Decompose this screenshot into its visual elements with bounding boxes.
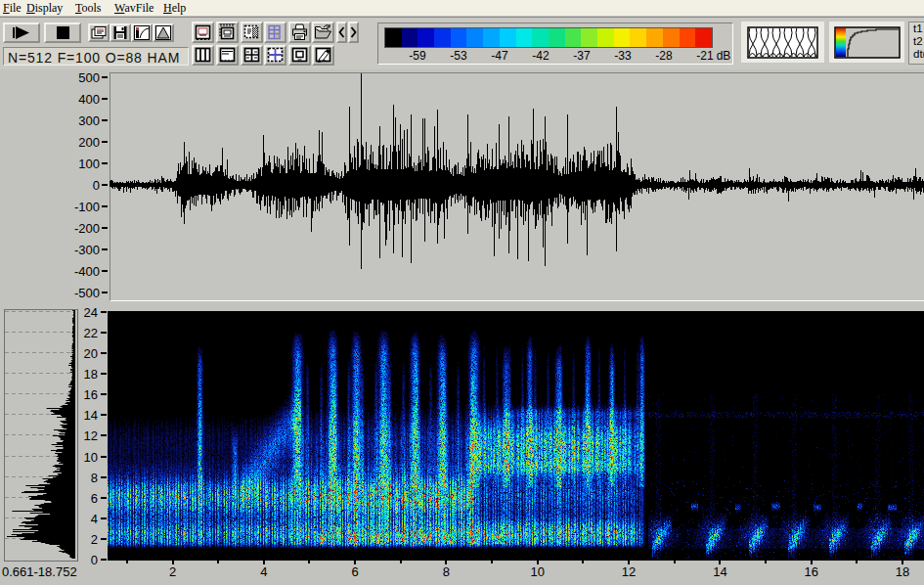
svg-text:s: s xyxy=(276,27,281,39)
